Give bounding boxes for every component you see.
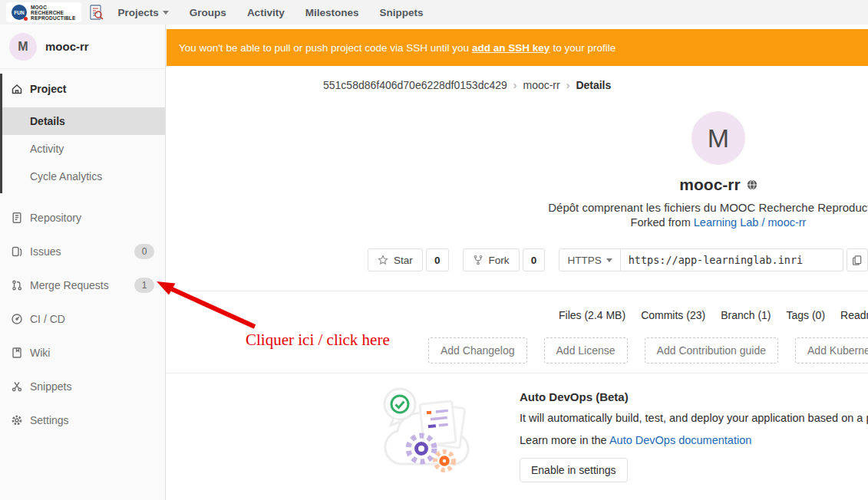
nav-projects[interactable]: Projects — [118, 7, 169, 18]
forked-from-line: Forked from Learning Lab / mooc-rr — [323, 216, 868, 229]
nav-groups[interactable]: Groups — [190, 7, 226, 18]
divider — [167, 373, 868, 373]
ssh-warning-banner: You won't be able to pull or push projec… — [167, 29, 868, 66]
sidebar-item-settings[interactable]: Settings — [0, 403, 165, 437]
scissors-icon — [11, 380, 23, 393]
visibility-globe-icon — [747, 179, 757, 190]
issues-count-badge: 0 — [134, 244, 154, 259]
breadcrumb-current-page: Details — [576, 79, 611, 91]
sidebar-item-details[interactable]: Details — [0, 107, 165, 135]
project-subnav: Details Activity Cycle Analytics — [0, 107, 165, 190]
readme-link[interactable]: Readme — [840, 309, 868, 321]
main-content: You won't be able to pull or push projec… — [167, 25, 868, 500]
fork-count[interactable]: 0 — [523, 248, 546, 271]
project-title: mooc-rr — [679, 176, 740, 194]
fun-mooc-logo[interactable]: FUN MOOC RECHERCHE REPRODUCTIBLE — [6, 2, 81, 22]
divider — [167, 291, 868, 291]
document-icon — [11, 212, 23, 224]
add-license-button[interactable]: Add License — [544, 337, 628, 363]
breadcrumb-namespace[interactable]: 551c58d86f406d70e6228df0153dc429 — [323, 79, 507, 91]
repository-stats-nav: Files (2.4 MB) Commits (23) Branch (1) T… — [559, 309, 868, 321]
sidebar-item-activity[interactable]: Activity — [0, 135, 165, 163]
add-contribution-guide-button[interactable]: Add Contribution guide — [645, 337, 778, 363]
auto-devops-learn-more: Learn more in the Auto DevOps documentat… — [520, 434, 868, 446]
active-section-indicator — [0, 74, 2, 193]
project-avatar-large: M — [691, 111, 745, 165]
tags-link[interactable]: Tags (0) — [787, 309, 826, 321]
auto-devops-section: Auto DevOps (Beta) It will automatically… — [167, 381, 868, 482]
auto-devops-description: It will automatically build, test, and d… — [520, 412, 868, 424]
home-icon — [11, 83, 23, 95]
project-description: Dépôt comprenant les fichiers du MOOC Re… — [323, 201, 868, 214]
auto-devops-doc-link[interactable]: Auto DevOps documentation — [609, 434, 751, 446]
project-avatar-small: M — [9, 33, 37, 61]
nav-activity[interactable]: Activity — [247, 7, 285, 18]
breadcrumb: 551c58d86f406d70e6228df0153dc429 › mooc-… — [323, 79, 868, 91]
add-changelog-button[interactable]: Add Changelog — [428, 337, 527, 363]
sidebar-item-snippets[interactable]: Snippets — [0, 370, 165, 403]
star-button[interactable]: Star — [368, 248, 423, 271]
quick-add-buttons: Add Changelog Add License Add Contributi… — [428, 337, 868, 363]
merge-requests-count-badge: 1 — [134, 278, 154, 293]
chevron-down-icon — [163, 11, 169, 15]
book-icon — [11, 347, 23, 359]
auto-devops-illustration — [377, 381, 477, 481]
nav-milestones[interactable]: Milestones — [305, 7, 359, 18]
sidebar-item-repository[interactable]: Repository — [0, 201, 165, 235]
issues-icon — [11, 245, 23, 258]
fun-logo-circle: FUN — [12, 5, 27, 20]
project-sidebar: M mooc-rr Project Details Activity Cycle… — [0, 25, 166, 500]
sidebar-item-wiki[interactable]: Wiki — [0, 336, 165, 370]
breadcrumb-separator: › — [513, 79, 517, 91]
main-nav: Projects Groups Activity Milestones Snip… — [118, 7, 424, 18]
logo-text: MOOC RECHERCHE REPRODUCTIBLE — [31, 5, 76, 21]
breadcrumb-separator: › — [566, 79, 570, 91]
breadcrumb-project[interactable]: mooc-rr — [523, 79, 559, 91]
sidebar-item-cycle-analytics[interactable]: Cycle Analytics — [0, 163, 165, 190]
enable-in-settings-button[interactable]: Enable in settings — [520, 458, 628, 482]
gauge-icon — [11, 313, 23, 325]
document-magnifier-icon — [87, 3, 105, 21]
project-header: M mooc-rr Dépôt comprenant les fichiers … — [323, 111, 868, 229]
gear-icon — [11, 414, 23, 426]
sidebar-item-ci-cd[interactable]: CI / CD — [0, 302, 165, 336]
copy-url-button[interactable] — [847, 248, 868, 271]
sidebar-item-project[interactable]: Project — [0, 75, 165, 103]
nav-snippets[interactable]: Snippets — [379, 7, 423, 18]
branch-link[interactable]: Branch (1) — [721, 309, 771, 321]
merge-request-icon — [11, 279, 23, 291]
sidebar-project-name: mooc-rr — [45, 40, 89, 53]
add-kubernetes-cluster-button[interactable]: Add Kubernetes cluster — [795, 337, 868, 363]
fork-button[interactable]: Fork — [463, 248, 520, 271]
project-action-buttons: Star 0 Fork 0 HTTPS — [368, 248, 868, 271]
fork-icon — [473, 255, 484, 265]
star-count[interactable]: 0 — [426, 248, 449, 271]
sidebar-project-header[interactable]: M mooc-rr — [0, 25, 165, 69]
copy-icon — [851, 255, 863, 266]
top-navbar: FUN MOOC RECHERCHE REPRODUCTIBLE Project… — [0, 0, 868, 25]
add-ssh-key-link[interactable]: add an SSH key — [472, 42, 550, 54]
sidebar-item-issues[interactable]: Issues 0 — [0, 235, 165, 268]
auto-devops-title: Auto DevOps (Beta) — [520, 390, 868, 403]
star-icon — [378, 255, 388, 265]
clone-protocol-dropdown[interactable]: HTTPS — [559, 248, 620, 271]
commits-link[interactable]: Commits (23) — [641, 309, 705, 321]
chevron-down-icon — [606, 258, 612, 262]
sidebar-item-merge-requests[interactable]: Merge Requests 1 — [0, 268, 165, 302]
forked-from-link[interactable]: Learning Lab / mooc-rr — [694, 216, 807, 229]
files-link[interactable]: Files (2.4 MB) — [559, 309, 625, 321]
clone-url-input[interactable] — [621, 248, 843, 271]
